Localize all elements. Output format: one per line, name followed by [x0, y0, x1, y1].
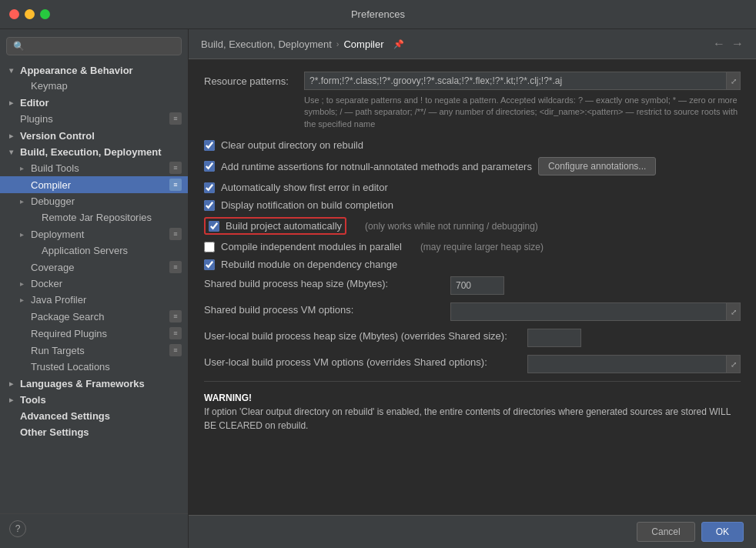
arrow-icon: ▸	[9, 99, 20, 107]
badge-icon: ≡	[169, 179, 182, 191]
shared-vm-label: Shared build process VM options:	[204, 302, 450, 316]
compile-parallel-checkbox[interactable]	[204, 242, 215, 252]
sidebar-item-docker[interactable]: ▸ Docker	[0, 276, 188, 292]
user-heap-label: User-local build process heap size (Mbyt…	[204, 329, 527, 342]
cancel-button[interactable]: Cancel	[637, 522, 694, 542]
shared-vm-expand-icon[interactable]: ⤢	[727, 302, 741, 321]
sidebar-item-java-profiler[interactable]: ▸ Java Profiler	[0, 292, 188, 308]
maximize-button[interactable]	[40, 9, 50, 19]
panel-footer: Cancel OK	[189, 515, 756, 548]
runtime-assertions-checkbox[interactable]	[204, 161, 215, 172]
sidebar-item-keymap[interactable]: Keymap	[0, 78, 188, 94]
ok-button[interactable]: OK	[701, 522, 744, 542]
shared-heap-row: Shared build process heap size (Mbytes):	[204, 276, 741, 295]
display-notification-checkbox[interactable]	[204, 200, 215, 211]
shared-vm-row: Shared build process VM options: ⤢	[204, 302, 741, 321]
sidebar-item-deployment[interactable]: ▸ Deployment ≡	[0, 226, 188, 242]
sidebar-item-languages[interactable]: ▸ Languages & Frameworks	[0, 375, 188, 391]
badge-icon: ≡	[169, 228, 182, 240]
sidebar-item-run-targets[interactable]: Run Targets ≡	[0, 342, 188, 359]
runtime-assertions-label: Add runtime assertions for notnull-annot…	[221, 161, 532, 172]
clear-output-checkbox[interactable]	[204, 140, 215, 151]
panel-header: Build, Execution, Deployment › Compiler …	[189, 29, 756, 59]
shared-vm-input-wrap: ⤢	[450, 302, 741, 321]
sidebar: ▾ Appearance & Behavior Keymap ▸ Editor …	[0, 29, 189, 548]
close-button[interactable]	[9, 9, 19, 19]
warning-section: WARNING! If option 'Clear output directo…	[204, 381, 741, 439]
warning-body: If option 'Clear output directory on reb…	[204, 406, 731, 431]
help-button[interactable]: ?	[9, 520, 26, 537]
configure-annotations-button[interactable]: Configure annotations...	[538, 157, 656, 175]
rebuild-module-label: Rebuild module on dependency change	[221, 259, 397, 270]
shared-vm-input[interactable]	[450, 302, 727, 321]
search-input[interactable]	[6, 37, 182, 55]
right-panel: Build, Execution, Deployment › Compiler …	[189, 29, 756, 548]
window-title: Preferences	[351, 8, 405, 20]
user-vm-input[interactable]	[527, 355, 727, 373]
shared-heap-input[interactable]	[450, 276, 504, 295]
display-notification-label: Display notification on build completion	[221, 199, 393, 211]
sidebar-item-compiler[interactable]: Compiler ≡	[0, 176, 188, 193]
nav-arrows: ← →	[713, 37, 744, 51]
sidebar-item-plugins[interactable]: Plugins ≡	[0, 110, 188, 127]
rebuild-module-checkbox[interactable]	[204, 259, 215, 270]
sidebar-item-remote-jar[interactable]: Remote Jar Repositories	[0, 209, 188, 226]
panel-body: Resource patterns: ⤢ Use ; to separate p…	[189, 59, 756, 515]
badge-icon: ≡	[169, 162, 182, 174]
badge-icon: ≡	[169, 310, 182, 322]
resource-patterns-label: Resource patterns:	[204, 75, 304, 87]
warning-title: WARNING!	[204, 393, 252, 403]
build-auto-note: (only works while not running / debuggin…	[365, 221, 538, 232]
user-vm-row: User-local build process VM options (ove…	[204, 355, 741, 373]
sidebar-item-required-plugins[interactable]: Required Plugins ≡	[0, 325, 188, 342]
pin-icon: 📌	[393, 39, 404, 49]
user-heap-row: User-local build process heap size (Mbyt…	[204, 329, 741, 347]
sidebar-item-other-settings[interactable]: Other Settings	[0, 423, 188, 439]
sidebar-item-version-control[interactable]: ▸ Version Control	[0, 127, 188, 143]
shared-heap-label: Shared build process heap size (Mbytes):	[204, 276, 450, 289]
breadcrumb-separator: ›	[336, 39, 340, 48]
sidebar-item-build-exec[interactable]: ▾ Build, Execution, Deployment	[0, 143, 188, 159]
checkbox-clear-output: Clear output directory on rebuild	[204, 139, 741, 151]
build-auto-highlight: Build project automatically	[204, 217, 346, 235]
checkbox-build-auto: Build project automatically (only works …	[204, 217, 741, 235]
badge-icon: ≡	[169, 261, 182, 273]
resource-input-wrap: ⤢	[304, 72, 741, 90]
user-heap-input[interactable]	[527, 329, 581, 347]
sidebar-item-coverage[interactable]: Coverage ≡	[0, 259, 188, 276]
checkbox-display-notification: Display notification on build completion	[204, 199, 741, 211]
sidebar-item-appearance[interactable]: ▾ Appearance & Behavior	[0, 62, 188, 78]
sidebar-item-trusted-locations[interactable]: Trusted Locations	[0, 359, 188, 375]
build-auto-checkbox[interactable]	[209, 221, 219, 232]
sidebar-item-advanced-settings[interactable]: Advanced Settings	[0, 407, 188, 423]
sidebar-item-build-tools[interactable]: ▸ Build Tools ≡	[0, 159, 188, 176]
checkbox-compile-parallel: Compile independent modules in parallel …	[204, 241, 741, 252]
breadcrumb-part2: Compiler	[343, 38, 383, 50]
arrow-icon: ▸	[9, 379, 20, 388]
user-vm-label: User-local build process VM options (ove…	[204, 355, 527, 368]
expand-icon[interactable]: ⤢	[727, 72, 741, 90]
resource-patterns-input[interactable]	[304, 72, 727, 90]
resource-patterns-row: Resource patterns: ⤢	[204, 72, 741, 90]
nav-back-button[interactable]: ←	[713, 37, 725, 51]
sidebar-item-app-servers[interactable]: Application Servers	[0, 242, 188, 259]
sidebar-item-editor[interactable]: ▸ Editor	[0, 94, 188, 110]
sidebar-item-package-search[interactable]: Package Search ≡	[0, 308, 188, 325]
sidebar-item-tools[interactable]: ▸ Tools	[0, 391, 188, 407]
checkbox-show-first-error: Automatically show first error in editor	[204, 182, 741, 193]
show-first-error-checkbox[interactable]	[204, 182, 215, 193]
checkbox-rebuild-module: Rebuild module on dependency change	[204, 259, 741, 270]
checkbox-runtime-assertions: Add runtime assertions for notnull-annot…	[204, 157, 741, 175]
show-first-error-label: Automatically show first error in editor	[221, 182, 388, 193]
sidebar-item-debugger[interactable]: ▸ Debugger	[0, 193, 188, 209]
arrow-icon: ▸	[9, 132, 20, 140]
nav-forward-button[interactable]: →	[731, 37, 744, 51]
compile-parallel-label: Compile independent modules in parallel	[221, 241, 402, 252]
user-vm-expand-icon[interactable]: ⤢	[727, 355, 741, 373]
minimize-button[interactable]	[25, 9, 35, 19]
user-vm-input-wrap: ⤢	[527, 355, 741, 373]
warning-text: WARNING! If option 'Clear output directo…	[204, 391, 741, 433]
resource-hint: Use ; to separate patterns and ! to nega…	[304, 95, 741, 130]
badge-icon: ≡	[169, 344, 182, 356]
arrow-icon: ▾	[9, 66, 20, 75]
